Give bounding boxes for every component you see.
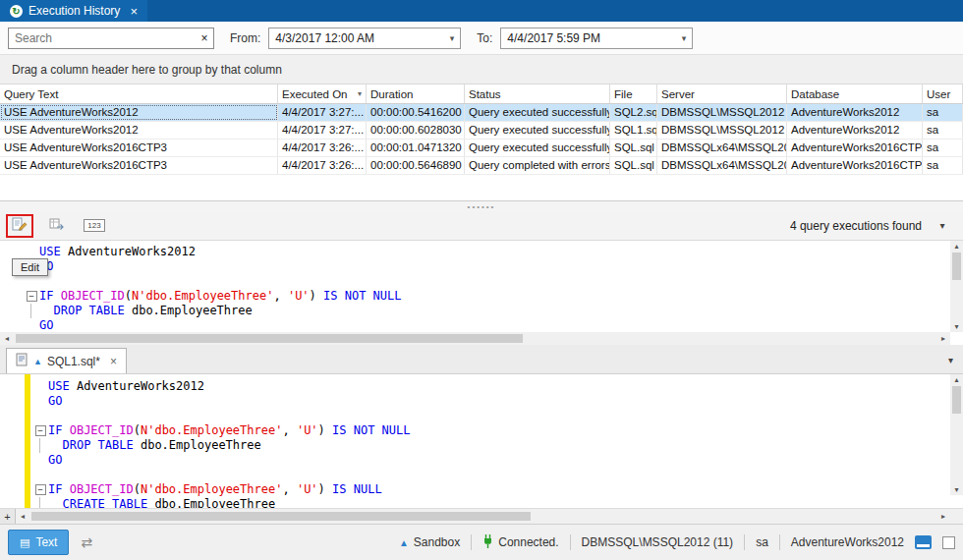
table-row[interactable]: USE AdventureWorks2016CTP34/4/2017 3:26:… [0, 140, 963, 157]
scrollbar-track[interactable] [14, 332, 936, 345]
table-row[interactable]: USE AdventureWorks2016CTP34/4/2017 3:26:… [0, 157, 963, 175]
grid-cell[interactable]: AdventureWorks2016CTP3 [787, 157, 923, 174]
chevron-down-icon[interactable]: ▾ [450, 33, 455, 43]
to-label: To: [477, 31, 492, 45]
code-line [24, 274, 963, 289]
scrollbar-thumb[interactable] [952, 386, 961, 414]
scrollbar-thumb[interactable] [16, 334, 523, 343]
status-user[interactable]: sa [756, 535, 768, 549]
split-pane-button[interactable]: + [0, 509, 16, 524]
preview-vertical-scrollbar[interactable]: ▴ ▾ [950, 241, 963, 332]
grid-cell[interactable]: Query completed with errors. [465, 157, 610, 174]
connection-indicator[interactable]: Connected. [482, 534, 558, 551]
scroll-right-icon[interactable]: ▸ [936, 512, 950, 521]
tab-list-dropdown-icon[interactable]: ▾ [948, 355, 953, 365]
grid-cell[interactable]: SQL1.sql [610, 122, 657, 139]
grid-cell[interactable]: Query executed successfully. [465, 122, 610, 139]
scrollbar-thumb[interactable] [31, 512, 531, 521]
grid-cell[interactable]: 00:00:00.5416200 [367, 104, 465, 121]
collapse-icon[interactable]: − [24, 289, 39, 304]
table-row[interactable]: USE AdventureWorks20124/4/2017 3:27:...0… [0, 104, 963, 122]
column-header-duration[interactable]: Duration [367, 84, 465, 103]
chevron-down-icon[interactable]: ▾ [682, 33, 687, 43]
line-numbers-button[interactable]: 123 [81, 214, 108, 238]
grid-cell[interactable]: 4/4/2017 3:26:... [278, 140, 367, 156]
grid-cell[interactable]: AdventureWorks2016CTP3 [787, 140, 923, 156]
status-bar-right: ▲ Sandbox Connected. DBMSSQL\MSSQL2012 (… [399, 534, 955, 551]
status-server[interactable]: DBMSSQL\MSSQL2012 (11) [582, 535, 734, 549]
preview-horizontal-scrollbar[interactable]: ◂ ▸ [0, 332, 950, 345]
tab-execution-history[interactable]: ↻ Execution History × [0, 0, 147, 22]
column-header-server[interactable]: Server [657, 84, 787, 103]
clear-search-icon[interactable]: × [196, 31, 213, 45]
grid-cell[interactable]: SQL.sql [610, 157, 657, 174]
scroll-down-icon[interactable]: ▾ [954, 322, 958, 331]
grid-cell[interactable]: USE AdventureWorks2016CTP3 [0, 140, 278, 156]
group-by-panel[interactable]: Drag a column header here to group by th… [0, 55, 963, 84]
fold-margin [32, 394, 48, 409]
scroll-left-icon[interactable]: ◂ [16, 512, 29, 521]
scroll-right-icon[interactable]: ▸ [936, 334, 950, 343]
editor-vertical-scrollbar[interactable]: ▴ ▾ [950, 374, 963, 495]
query-preview-pane[interactable]: USE AdventureWorks2012GO−IF OBJECT_ID(N'… [0, 241, 963, 345]
scroll-up-icon[interactable]: ▴ [954, 375, 958, 384]
edit-button[interactable] [6, 214, 33, 238]
layout-horizontal-icon[interactable] [915, 535, 932, 549]
grid-cell[interactable]: SQL.sql [610, 140, 657, 156]
tab-close-icon[interactable]: × [110, 355, 117, 368]
scroll-up-icon[interactable]: ▴ [954, 242, 958, 251]
column-header-file[interactable]: File [610, 84, 657, 103]
grid-cell[interactable]: sa [923, 157, 963, 174]
column-header-database[interactable]: Database [787, 84, 923, 103]
grid-cell[interactable]: USE AdventureWorks2012 [0, 122, 278, 139]
grid-cell[interactable]: 4/4/2017 3:27:... [278, 122, 367, 139]
sort-filter-icon[interactable]: ▾ [358, 89, 362, 98]
swap-view-icon[interactable]: ⇄ [81, 534, 92, 550]
grid-cell[interactable]: USE AdventureWorks2016CTP3 [0, 157, 278, 174]
scroll-left-icon[interactable]: ◂ [0, 334, 14, 343]
grid-cell[interactable]: DBMSSQL\MSSQL2012 [657, 122, 787, 139]
grid-cell[interactable]: sa [923, 140, 963, 156]
grid-cell[interactable]: USE AdventureWorks2012 [0, 104, 278, 121]
text-view-toggle-button[interactable]: ▤ Text [8, 530, 69, 555]
sql-editor-pane[interactable]: USE AdventureWorks2012GO−IF OBJECT_ID(N'… [0, 374, 963, 508]
grid-cell[interactable]: AdventureWorks2012 [787, 122, 923, 139]
from-date-picker[interactable]: 4/3/2017 12:00 AM ▾ [268, 28, 461, 49]
collapse-icon[interactable]: − [32, 423, 48, 438]
grid-cell[interactable]: 00:00:00.5646890 [367, 157, 465, 174]
add-to-editor-button[interactable] [43, 214, 71, 238]
grid-cell[interactable]: DBMSSQL\MSSQL2012 [657, 104, 787, 121]
pane-splitter[interactable]: •••••• [0, 201, 963, 211]
collapse-icon[interactable]: − [32, 482, 48, 497]
tab-close-icon[interactable]: × [130, 4, 138, 19]
grid-cell[interactable]: Query executed successfully. [465, 140, 610, 156]
grid-cell[interactable]: sa [923, 104, 963, 121]
column-header-user[interactable]: User [923, 84, 963, 103]
grid-cell[interactable]: 00:00:00.6028030 [367, 122, 465, 139]
results-dropdown-icon[interactable]: ▾ [932, 220, 953, 231]
column-header-executed-on[interactable]: Executed On▾ [278, 84, 367, 103]
search-input[interactable] [9, 31, 196, 45]
grid-cell[interactable]: SQL2.sql [610, 104, 657, 121]
grid-cell[interactable]: DBMSSQLx64\MSSQL2016 [657, 157, 787, 174]
layout-blank-icon[interactable] [942, 536, 955, 549]
grid-cell[interactable]: Query executed successfully. [465, 104, 610, 121]
grid-cell[interactable]: DBMSSQLx64\MSSQL2016 [657, 140, 787, 156]
to-date-picker[interactable]: 4/4/2017 5:59 PM ▾ [500, 28, 693, 49]
grid-cell[interactable]: 4/4/2017 3:26:... [278, 157, 367, 174]
sandbox-indicator[interactable]: ▲ Sandbox [399, 535, 460, 549]
editor-code[interactable]: USE AdventureWorks2012GO−IF OBJECT_ID(N'… [0, 374, 963, 508]
scrollbar-track[interactable] [29, 510, 936, 523]
table-row[interactable]: USE AdventureWorks20124/4/2017 3:27:...0… [0, 122, 963, 140]
column-header-query-text[interactable]: Query Text [0, 84, 278, 103]
column-header-status[interactable]: Status [465, 84, 610, 103]
grid-cell[interactable]: 00:00:01.0471320 [367, 140, 465, 156]
grid-cell[interactable]: 4/4/2017 3:27:... [278, 104, 367, 121]
grid-cell[interactable]: sa [923, 122, 963, 139]
results-grid: Drag a column header here to group by th… [0, 55, 963, 201]
grid-cell[interactable]: AdventureWorks2012 [787, 104, 923, 121]
scroll-down-icon[interactable]: ▾ [954, 485, 958, 494]
status-database[interactable]: AdventureWorks2012 [791, 535, 904, 549]
tab-sql1[interactable]: ▲ SQL1.sql* × [6, 348, 127, 373]
scrollbar-thumb[interactable] [952, 252, 961, 280]
